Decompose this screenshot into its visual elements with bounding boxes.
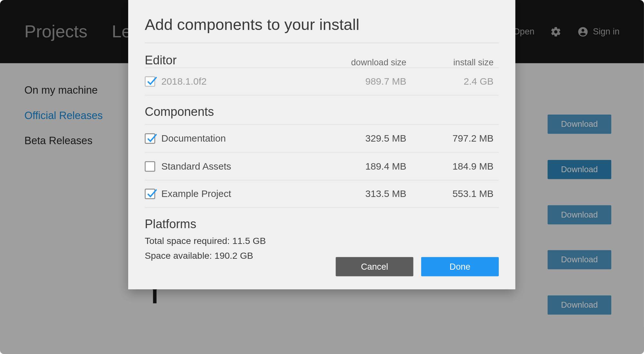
component-row[interactable]: Documentation 329.5 MB 797.2 MB [145,124,499,152]
add-components-modal: Add components to your install Editor do… [128,0,515,289]
modal-title: Add components to your install [145,16,499,34]
component-label: Example Project [161,188,328,200]
checkmark-icon [147,133,157,143]
editor-download-size: 989.7 MB [328,76,406,87]
component-row[interactable]: Standard Assets 189.4 MB 184.9 MB [145,152,499,180]
component-download-size: 189.4 MB [328,161,406,172]
editor-row: 2018.1.0f2 989.7 MB 2.4 GB [145,68,499,96]
checkmark-icon [147,76,157,86]
cancel-button[interactable]: Cancel [336,257,413,276]
component-label: Documentation [161,133,328,144]
total-space-required: Total space required: 11.5 GB [145,236,499,246]
column-header-download-size: download size [328,58,406,68]
done-button[interactable]: Done [421,257,499,276]
component-row[interactable]: Example Project 313.5 MB 553.1 MB [145,180,499,208]
editor-install-size: 2.4 GB [415,76,494,87]
component-label: Standard Assets [161,161,328,172]
checkmark-icon [147,188,157,199]
checkbox-documentation[interactable] [145,133,155,144]
section-title-editor: Editor [145,54,328,68]
section-title-components: Components [145,105,499,119]
component-install-size: 797.2 MB [415,133,494,144]
component-download-size: 329.5 MB [328,133,406,144]
component-download-size: 313.5 MB [328,188,406,200]
editor-version-label: 2018.1.0f2 [161,76,328,87]
checkbox-example-project[interactable] [145,189,155,199]
checkbox-editor [145,76,155,87]
component-install-size: 553.1 MB [415,188,494,200]
component-install-size: 184.9 MB [415,161,494,172]
column-header-install-size: install size [415,58,494,68]
checkbox-standard-assets[interactable] [145,161,155,171]
section-title-platforms: Platforms [145,218,499,231]
